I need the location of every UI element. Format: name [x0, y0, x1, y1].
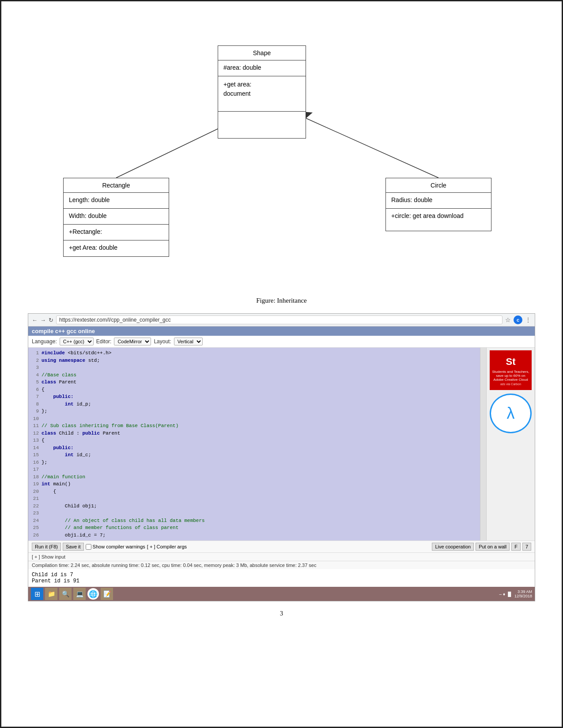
taskbar-right: – ♦ ▐▌ 3:39 AM 12/9/2018 [499, 589, 532, 598]
circle-attr1: Radius: double [386, 193, 491, 209]
browser-controls: Language: C++ (gcc) Editor: CodeMirror L… [28, 336, 535, 348]
shape-attribute: #area: double [218, 60, 306, 76]
code-line-1: 1#include <bits/stdc++.h> [30, 349, 478, 357]
browser-bottom-bar: Run it (F8) Save it Show compiler warnin… [28, 540, 535, 552]
editor-label: Editor: [96, 338, 112, 345]
code-line-14: 14 public: [30, 444, 478, 452]
language-label: Language: [32, 338, 57, 345]
layout-select[interactable]: Vertical [174, 338, 203, 345]
put-on-wall-button[interactable]: Put on a wall [476, 543, 510, 551]
code-line-16: 16}; [30, 459, 478, 466]
code-line-20: 20 { [30, 488, 478, 495]
live-cooperation-button[interactable]: Live cooperation [432, 543, 474, 551]
url-bar[interactable] [56, 315, 503, 324]
code-editor[interactable]: 1#include <bits/stdc++.h> 2using namespa… [28, 348, 480, 540]
code-line-11: 11// Sub class inheriting from Base Clas… [30, 422, 478, 430]
circle-method1: +circle: get area download [386, 209, 491, 231]
rectangle-uml-box: Rectangle Length: double Width: double +… [63, 178, 169, 257]
windows-taskbar: ⊞ 📁 🔍 💻 🌐 📝 – ♦ ▐▌ 3:39 AM 12/9/2018 [28, 587, 535, 601]
bookmark-icon[interactable]: ☆ [505, 316, 511, 323]
code-line-22: 22 Child obj1; [30, 503, 478, 510]
figure-caption: Figure: Inheritance [28, 297, 535, 304]
compiler-warnings-label: Show compiler warnings [93, 544, 145, 549]
shape-empty [218, 112, 306, 138]
shape-title: Shape [218, 46, 306, 60]
seven-button[interactable]: 7 [522, 543, 531, 551]
output-line-1: Child id is 7 [32, 572, 531, 578]
taskbar-icons-right: – ♦ ▐▌ [499, 592, 513, 597]
output-line-2: Parent id is 91 [32, 578, 531, 584]
compiler-warnings-checkbox[interactable] [86, 544, 91, 550]
code-line-24: 24 // An object of class child has all d… [30, 517, 478, 525]
code-line-8: 8 int id_p; [30, 401, 478, 408]
uml-diagram: Shape #area: double +get area:document R… [28, 19, 535, 293]
taskbar-chrome-icon[interactable]: 🌐 [87, 588, 99, 600]
adobe-ad: St Students and Teachers, save up to 60%… [490, 350, 532, 390]
taskbar-date-display: 12/9/2018 [514, 594, 532, 598]
code-line-19: 19int main() [30, 480, 478, 488]
code-line-6: 6{ [30, 386, 478, 394]
code-line-3: 3 [30, 364, 478, 372]
code-line-12: 12class Child : public Parent [30, 430, 478, 437]
page-number: 3 [28, 610, 535, 617]
language-select[interactable]: C++ (gcc) [60, 338, 94, 345]
code-line-5: 5class Parent [30, 379, 478, 386]
back-button[interactable]: ← [32, 317, 38, 323]
code-line-23: 23 [30, 510, 478, 517]
circle-uml-box: Circle Radius: double +circle: get area … [385, 178, 491, 231]
show-input-bar: [ + ] Show input [28, 552, 535, 561]
taskbar-icon-4[interactable]: 📝 [101, 588, 113, 600]
browser-header: compile c++ gcc online [28, 326, 535, 336]
rectangle-method1: +Rectangle: [64, 225, 169, 240]
layout-label: Layout: [154, 338, 171, 345]
compiler-warnings-area: Show compiler warnings [86, 544, 145, 550]
code-line-4: 4//Base class [30, 372, 478, 379]
code-line-18: 18//main function [30, 473, 478, 481]
browser-content-area: 1#include <bits/stdc++.h> 2using namespa… [28, 348, 535, 540]
taskbar-icon-2[interactable]: 🔍 [59, 588, 72, 600]
browser-screenshot: ← → ↻ ☆ c ⋮ compile c++ gcc online Langu… [28, 313, 535, 601]
save-button[interactable]: Save it [63, 543, 84, 551]
compiler-args-label: [ + ] Compiler args [147, 544, 187, 549]
menu-icon[interactable]: ⋮ [525, 316, 531, 323]
rectangle-method2: +get Area: double [64, 240, 169, 256]
forward-button[interactable]: → [40, 317, 46, 323]
compilation-text: Compilation time: 2.24 sec, absolute run… [32, 563, 316, 568]
scrollbar[interactable] [480, 348, 486, 540]
code-line-9: 9}; [30, 408, 478, 415]
editor-select[interactable]: CodeMirror [114, 338, 151, 345]
shape-uml-box: Shape #area: double +get area:document [218, 45, 306, 139]
run-button[interactable]: Run it (F8) [32, 543, 61, 551]
svg-line-1 [306, 118, 438, 178]
code-line-15: 15 int id_c; [30, 451, 478, 459]
page: Shape #area: double +get area:document R… [0, 0, 563, 728]
ad-description: Students and Teachers, save up to 60% on… [491, 370, 530, 382]
code-line-25: 25 // and member functions of class pare… [30, 524, 478, 532]
code-line-2: 2using namespace std; [30, 357, 478, 364]
ad-st-text: St [503, 355, 518, 368]
code-line-13: 13{ [30, 437, 478, 444]
taskbar-icon-3[interactable]: 💻 [73, 588, 86, 600]
ad-carbon: ads via Carbon [500, 383, 521, 386]
refresh-button[interactable]: ↻ [49, 317, 53, 323]
browser-toolbar: ← → ↻ ☆ c ⋮ [28, 314, 535, 326]
lambda-logo: λ [490, 394, 532, 433]
taskbar-files-icon[interactable]: 📁 [45, 588, 57, 600]
code-line-7: 7 public: [30, 393, 478, 401]
taskbar-clock: 3:39 AM 12/9/2018 [514, 589, 532, 598]
show-input-label: [ + ] Show input [32, 554, 65, 559]
taskbar-time-display: 3:39 AM [518, 589, 532, 594]
code-line-26: 26 obj1.id_c = 7; [30, 532, 478, 539]
code-line-21: 21 [30, 495, 478, 503]
code-line-10: 10 [30, 415, 478, 423]
rectangle-attr1: Length: double [64, 193, 169, 209]
circle-title: Circle [386, 178, 491, 193]
header-text: compile c++ gcc online [32, 328, 95, 334]
rectangle-attr2: Width: double [64, 209, 169, 225]
f-button[interactable]: F [511, 543, 521, 551]
profile-icon[interactable]: c [514, 315, 522, 324]
compilation-info: Compilation time: 2.24 sec, absolute run… [28, 561, 535, 569]
shape-method: +get area:document [218, 76, 306, 112]
start-button[interactable]: ⊞ [31, 588, 43, 600]
browser-sidebar: St Students and Teachers, save up to 60%… [486, 348, 535, 540]
